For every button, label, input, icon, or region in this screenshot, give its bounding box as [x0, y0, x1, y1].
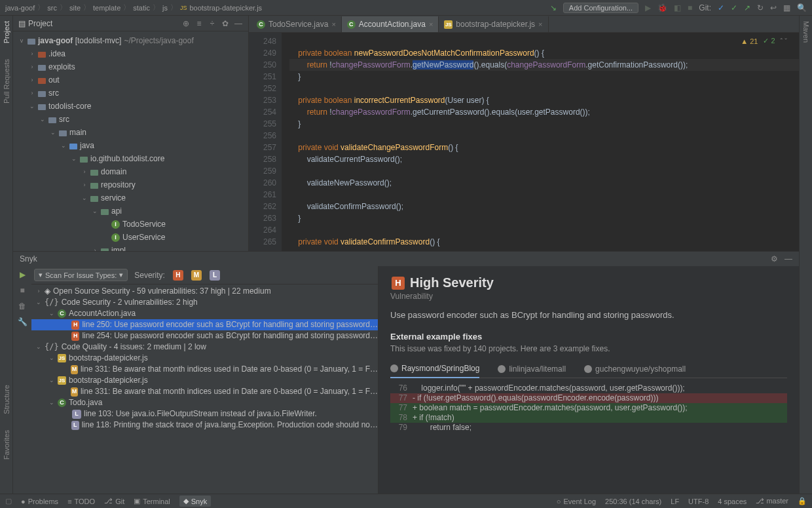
- strip-maven[interactable]: Maven: [802, 21, 810, 43]
- issue-row[interactable]: Lline 118: Printing the stack trace of j…: [31, 420, 378, 431]
- github-icon: [390, 364, 398, 372]
- github-icon: [498, 365, 506, 373]
- project-icon: ▤: [18, 19, 26, 28]
- issue-row[interactable]: Hline 254: Use password encoder such as …: [31, 330, 378, 342]
- strip-pull-requests[interactable]: Pull Requests: [3, 59, 10, 104]
- wrench-icon[interactable]: 🔧: [18, 317, 28, 326]
- detail-subtitle: Vulnerability: [390, 292, 787, 301]
- issue-row[interactable]: ⌄JSbootstrap-datepicker.js: [31, 375, 378, 386]
- issue-row[interactable]: Lline 103: Use java.io.FileOutputStream …: [31, 408, 378, 420]
- breadcrumb-item[interactable]: src: [47, 4, 57, 12]
- tree-node[interactable]: ⌄src: [13, 113, 248, 126]
- lock-icon[interactable]: 🔒: [798, 497, 807, 505]
- rollback-icon[interactable]: ↩: [770, 3, 777, 12]
- history-icon[interactable]: ↻: [757, 3, 764, 12]
- tree-node[interactable]: ›src: [13, 87, 248, 100]
- stop-icon[interactable]: ■: [688, 3, 692, 12]
- tree-node[interactable]: ⌄java: [13, 139, 248, 152]
- issue-row[interactable]: Mline 331: Be aware that month indices u…: [31, 364, 378, 375]
- tree-node[interactable]: ›.idea: [13, 47, 248, 60]
- caret-position[interactable]: 250:36 (14 chars): [605, 498, 661, 505]
- run-scan-icon[interactable]: ▶: [20, 270, 26, 279]
- tree-node[interactable]: ›out: [13, 73, 248, 87]
- search-icon[interactable]: 🔍: [797, 3, 807, 12]
- breadcrumb[interactable]: java-goof〉 src〉 site〉 template〉 static〉 …: [5, 3, 550, 12]
- hide-panel-icon[interactable]: —: [784, 254, 792, 264]
- toolwindow-icon[interactable]: ▢: [5, 497, 12, 505]
- hide-icon[interactable]: —: [234, 19, 243, 28]
- clear-icon[interactable]: 🗑: [18, 302, 26, 311]
- event-log[interactable]: ○ Event Log: [557, 498, 596, 505]
- tree-node[interactable]: ⌄io.github.todolist.core: [13, 152, 248, 165]
- tab-terminal[interactable]: ▣ Terminal: [134, 497, 170, 505]
- editor-tab[interactable]: CTodoService.java×: [251, 16, 342, 32]
- tree-node[interactable]: ⌄api: [13, 205, 248, 218]
- gear-icon[interactable]: ⚙: [771, 254, 778, 264]
- fix-tab[interactable]: Raysmond/SpringBlog: [390, 361, 479, 378]
- close-tab-icon[interactable]: ×: [538, 20, 542, 28]
- issue-row[interactable]: ›◈Open Source Security - 59 vulnerabilit…: [31, 286, 378, 297]
- ide-icon[interactable]: ▦: [783, 3, 790, 12]
- tree-root[interactable]: v java-goof [todolist-mvc] ~/Projects/ja…: [13, 34, 248, 47]
- strip-project[interactable]: Project: [3, 21, 10, 43]
- collapse-icon[interactable]: ÷: [208, 19, 217, 28]
- inspection-widget[interactable]: ▲ 21 ✓ 2 ˆ ˇ: [741, 37, 787, 45]
- locate-icon[interactable]: ⊕: [181, 19, 191, 28]
- editor-tab[interactable]: CAccountAction.java×: [342, 16, 439, 32]
- tree-node[interactable]: IUserService: [13, 231, 248, 244]
- issue-row[interactable]: ⌄{/}Code Security - 2 vulnerabilities: 2…: [31, 297, 378, 308]
- issue-row[interactable]: Mline 331: Be aware that month indices u…: [31, 386, 378, 397]
- breadcrumb-item[interactable]: site: [69, 4, 81, 12]
- tab-problems[interactable]: ● Problems: [21, 498, 58, 505]
- scan-type-dropdown[interactable]: ▾ Scan For Issue Types: ▾: [34, 269, 128, 281]
- breadcrumb-item[interactable]: bootstrap-datepicker.js: [189, 4, 262, 12]
- editor-tab[interactable]: JSbootstrap-datepicker.js×: [439, 16, 548, 32]
- navigation-bar: java-goof〉 src〉 site〉 template〉 static〉 …: [0, 0, 812, 16]
- settings-icon[interactable]: ✿: [221, 19, 230, 28]
- encoding[interactable]: UTF-8: [688, 498, 709, 505]
- strip-structure[interactable]: Structure: [3, 385, 10, 414]
- close-tab-icon[interactable]: ×: [429, 20, 433, 28]
- fix-tab[interactable]: guchengwuyue/yshopmall: [584, 361, 686, 378]
- severity-low-toggle[interactable]: L: [210, 270, 220, 281]
- issue-row[interactable]: ⌄{/}Code Quality - 4 issues: 2 medium | …: [31, 342, 378, 353]
- breadcrumb-item[interactable]: static: [133, 4, 150, 12]
- debug-icon[interactable]: 🐞: [657, 3, 667, 12]
- tree-node[interactable]: ⌄todolist-core: [13, 100, 248, 113]
- git-update-icon[interactable]: ✓: [718, 3, 724, 12]
- tab-git[interactable]: ⎇ Git: [104, 497, 124, 505]
- git-commit-icon[interactable]: ✓: [731, 3, 737, 12]
- issue-row[interactable]: ⌄JSbootstrap-datepicker.js: [31, 353, 378, 364]
- run-config-dropdown[interactable]: Add Configuration...: [563, 3, 638, 13]
- issue-tree[interactable]: ›◈Open Source Security - 59 vulnerabilit…: [31, 284, 378, 494]
- close-tab-icon[interactable]: ×: [331, 20, 335, 28]
- breadcrumb-item[interactable]: js: [162, 4, 168, 12]
- severity-badge: H: [392, 277, 405, 290]
- tab-todo[interactable]: ≡ TODO: [67, 498, 95, 505]
- issue-row[interactable]: ⌄CTodo.java: [31, 397, 378, 408]
- strip-favorites[interactable]: Favorites: [3, 430, 10, 459]
- tree-node[interactable]: ›exploits: [13, 60, 248, 73]
- tree-node[interactable]: ITodoService: [13, 218, 248, 231]
- tree-node[interactable]: ⌄service: [13, 191, 248, 205]
- indent[interactable]: 4 spaces: [718, 498, 747, 505]
- run-icon[interactable]: ▶: [645, 3, 651, 12]
- stop-scan-icon[interactable]: ■: [20, 286, 24, 295]
- tree-node[interactable]: ⌄main: [13, 126, 248, 139]
- tab-snyk[interactable]: ◆ Snyk: [179, 496, 211, 507]
- breadcrumb-item[interactable]: java-goof: [5, 4, 35, 12]
- issue-row[interactable]: ⌄CAccountAction.java: [31, 308, 378, 319]
- breadcrumb-item[interactable]: template: [93, 4, 120, 12]
- fix-tab[interactable]: linlinjava/litemall: [498, 361, 566, 378]
- hammer-icon[interactable]: ↘: [550, 3, 557, 12]
- expand-icon[interactable]: ≡: [194, 19, 204, 28]
- line-sep[interactable]: LF: [671, 498, 679, 505]
- severity-high-toggle[interactable]: H: [173, 270, 183, 281]
- coverage-icon[interactable]: ◧: [674, 3, 681, 12]
- tree-node[interactable]: ›repository: [13, 178, 248, 191]
- git-push-icon[interactable]: ↗: [744, 3, 750, 12]
- tree-node[interactable]: ›domain: [13, 165, 248, 178]
- issue-row[interactable]: Hline 250: Use password encoder such as …: [31, 319, 378, 330]
- severity-medium-toggle[interactable]: M: [191, 270, 202, 281]
- git-branch[interactable]: ⎇ master: [756, 497, 788, 505]
